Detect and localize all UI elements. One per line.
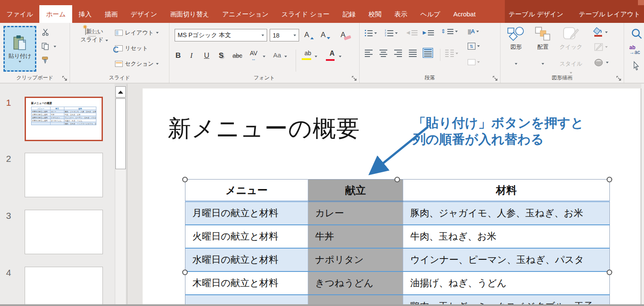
tab-file[interactable]: ファイル — [0, 5, 39, 23]
quick-styles-button[interactable]: クイック スタイル — [557, 26, 585, 76]
right-scroll-track[interactable] — [641, 84, 644, 304]
tab-home[interactable]: ホーム — [39, 5, 72, 23]
underline-button[interactable]: U — [204, 51, 209, 60]
tab-design[interactable]: デザイン — [124, 5, 163, 23]
slide-thumbnail-3[interactable] — [25, 210, 103, 254]
section-icon — [115, 61, 123, 67]
tab-animations[interactable]: アニメーション — [216, 5, 275, 23]
selection-handle-middle-left[interactable] — [182, 270, 188, 275]
selection-handle-top-left[interactable] — [182, 177, 188, 183]
cut-button[interactable] — [41, 28, 49, 36]
distribute-text-button[interactable] — [423, 48, 433, 58]
cell[interactable]: 豚肉、ジャガイモ、人参、玉ねぎ、お米 — [403, 202, 610, 225]
highlight-chevron[interactable] — [315, 56, 317, 57]
cell[interactable]: 牛肉、玉ねぎ、お米 — [403, 225, 610, 248]
scrollbar-up-button[interactable] — [115, 86, 126, 98]
spacing-chevron[interactable] — [263, 56, 265, 57]
cell[interactable]: 月曜日の献立と材料 — [185, 202, 308, 225]
decrease-font-button[interactable]: A — [321, 31, 330, 39]
shape-effects-button[interactable] — [594, 58, 609, 67]
tab-help[interactable]: ヘルプ — [414, 5, 447, 23]
slide-thumbnail-2[interactable] — [25, 153, 103, 197]
arrange-button[interactable]: 配置 — [531, 26, 555, 66]
bullets-button[interactable] — [365, 30, 377, 36]
search-button[interactable] — [631, 28, 642, 39]
cell-selected[interactable]: きつねうどん — [308, 271, 403, 295]
shapes-button[interactable]: 図形 — [504, 26, 528, 66]
tab-slideshow[interactable]: スライド ショー — [275, 5, 336, 23]
justify-button[interactable] — [409, 50, 417, 57]
tab-view[interactable]: 表示 — [388, 5, 414, 23]
align-right-button[interactable] — [394, 50, 402, 57]
slide-thumbnail-1[interactable]: 新メニューの概要 メニュー献立材料 月曜日の献立と材料カレー豚肉、ジャガイモ、人… — [25, 97, 103, 141]
copy-button[interactable] — [41, 42, 49, 50]
font-color-chevron[interactable] — [339, 56, 341, 57]
text-shadow-button[interactable]: S — [219, 51, 223, 60]
scrollbar-track[interactable] — [115, 169, 126, 304]
slide-title[interactable]: 新メニューの概要 — [168, 113, 360, 145]
italic-button[interactable]: I — [190, 51, 193, 60]
increase-font-button[interactable]: A — [304, 31, 314, 39]
shape-fill-button[interactable] — [593, 27, 608, 38]
header-kondate-selected[interactable]: 献立 — [308, 180, 403, 202]
select-button[interactable] — [632, 61, 641, 71]
shape-outline-button[interactable] — [594, 43, 608, 51]
section-button[interactable]: セクション — [115, 60, 159, 68]
format-painter-button[interactable] — [41, 57, 49, 64]
text-direction-button[interactable]: |||A — [468, 28, 479, 35]
columns-button[interactable] — [445, 50, 458, 57]
align-center-button[interactable] — [379, 50, 387, 57]
replace-button[interactable]: ab →ac — [629, 45, 640, 55]
tab-record[interactable]: 記録 — [336, 5, 362, 23]
increase-indent-button[interactable]: ▶ — [423, 30, 434, 35]
header-zairyo[interactable]: 材料 — [403, 180, 610, 202]
strikethrough-button[interactable]: abc — [233, 52, 242, 59]
tab-review[interactable]: 校閲 — [362, 5, 388, 23]
copy-dropdown-chevron[interactable] — [54, 46, 56, 47]
font-dialog-launcher[interactable] — [352, 76, 357, 81]
clipboard-dialog-launcher[interactable] — [62, 76, 67, 81]
new-slide-button[interactable]: ✷ 新しい スライド — [78, 27, 111, 44]
reset-button[interactable]: リセット — [115, 44, 148, 52]
tab-table-layout[interactable]: テーブル レイアウト — [572, 5, 644, 23]
cell-selected[interactable]: カレー — [308, 202, 403, 225]
cell-selected[interactable]: 牛丼 — [308, 225, 403, 248]
selection-handle-top-right[interactable] — [607, 177, 612, 183]
cell[interactable]: ウインナー、ピーマン、玉ねぎ、パスタ — [403, 248, 610, 271]
change-case-button[interactable]: Aa — [273, 51, 281, 59]
tab-transitions[interactable]: 画面切り替え — [164, 5, 216, 23]
layout-button[interactable]: レイアウト — [115, 29, 159, 37]
tab-insert[interactable]: 挿入 — [72, 5, 98, 23]
clear-formatting-button[interactable]: A — [341, 31, 351, 39]
font-name-combo[interactable]: MS Pゴシック 本文 — [175, 29, 267, 41]
paste-button[interactable]: 貼り付け — [3, 26, 36, 72]
convert-smartart-button[interactable] — [468, 59, 480, 65]
header-menu[interactable]: メニュー — [185, 180, 308, 202]
bold-button[interactable]: B — [175, 51, 181, 60]
clipboard-group-label: クリップボード — [0, 74, 70, 82]
scrollbar-thumb[interactable] — [115, 98, 126, 169]
tab-draw[interactable]: 描画 — [98, 5, 124, 23]
align-left-button[interactable] — [365, 50, 373, 57]
font-color-button[interactable]: A — [326, 50, 335, 61]
cell[interactable]: 木曜日の献立と材料 — [185, 271, 308, 295]
tab-table-design[interactable]: テーブル デザイン — [502, 5, 570, 23]
font-size-combo[interactable]: 18 — [270, 29, 299, 41]
decrease-indent-button[interactable]: ◀ — [406, 30, 418, 35]
slide-thumbnail-4[interactable] — [25, 267, 103, 304]
cell[interactable]: 水曜日の献立と材料 — [185, 248, 308, 271]
tab-acrobat[interactable]: Acrobat — [447, 5, 482, 23]
line-spacing-button[interactable]: ⇕ — [441, 29, 458, 34]
cell[interactable]: 油揚げ、ねぎ、うどん — [403, 271, 610, 295]
character-spacing-button[interactable]: AV ↔ — [250, 50, 258, 60]
numbering-button[interactable]: 123 — [385, 30, 398, 36]
selection-handle-middle-right[interactable] — [607, 270, 612, 275]
cell[interactable]: 火曜日の献立と材料 — [185, 225, 308, 248]
selection-handle-top-center[interactable] — [395, 177, 400, 183]
drawing-dialog-launcher[interactable] — [616, 76, 622, 81]
case-chevron[interactable] — [284, 56, 287, 57]
cell-selected[interactable]: ナポリタン — [308, 248, 403, 271]
align-text-button[interactable]: ⇅ — [468, 43, 480, 50]
paragraph-dialog-launcher[interactable] — [493, 76, 498, 81]
highlight-color-button[interactable]: ab — [302, 50, 311, 60]
